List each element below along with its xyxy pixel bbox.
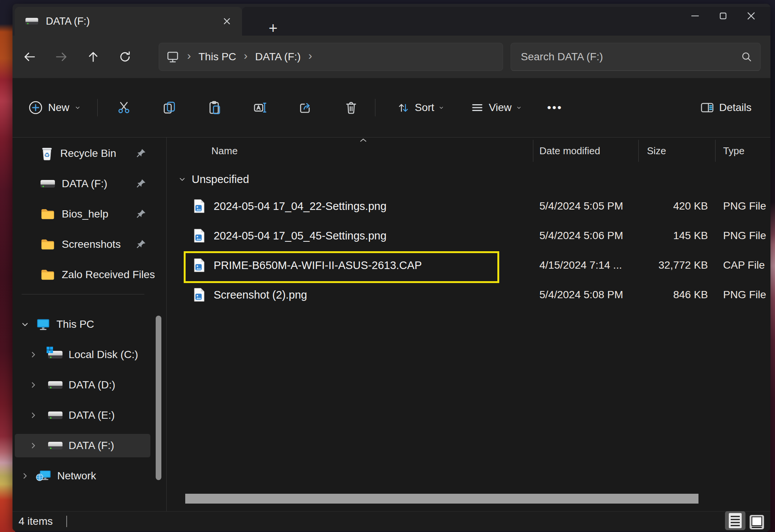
- forward-button[interactable]: [54, 50, 69, 64]
- column-header-size[interactable]: Size: [638, 145, 715, 157]
- sidebar-item-recycle-bin[interactable]: ♻ Recycle Bin: [12, 142, 150, 165]
- sidebar-item-label: Network: [57, 470, 96, 482]
- file-row[interactable]: Screenshot (2).png 5/4/2024 5:08 PM 846 …: [167, 280, 770, 310]
- sidebar-item-bios-help[interactable]: Bios_help: [12, 202, 150, 226]
- desktop-screen: DATA (F:) +: [0, 0, 775, 532]
- sidebar-item-data-f[interactable]: DATA (F:): [15, 434, 150, 457]
- file-row[interactable]: 2024-05-04 17_05_45-Settings.png 5/4/202…: [167, 221, 770, 250]
- group-header-unspecified[interactable]: Unspecified: [167, 167, 770, 191]
- tab-data-f[interactable]: DATA (F:): [15, 7, 242, 36]
- details-toggle-button[interactable]: Details: [695, 96, 761, 119]
- chevron-down-icon: [178, 175, 186, 183]
- image-file-icon: [193, 199, 205, 214]
- monitor-icon: [166, 50, 180, 64]
- up-button[interactable]: [86, 50, 100, 64]
- sidebar-item-data-e[interactable]: DATA (E:): [15, 404, 150, 427]
- file-row-highlighted[interactable]: PRIME-B650M-A-WIFI-II-ASUS-2613.CAP 4/15…: [167, 250, 770, 280]
- file-size: 846 KB: [638, 289, 715, 301]
- sidebar-item-label: Local Disk (C:): [69, 349, 138, 361]
- chevron-down-icon[interactable]: [20, 320, 30, 329]
- column-header-date-modified[interactable]: Date modified: [533, 145, 638, 157]
- tab-strip: DATA (F:) +: [12, 4, 770, 36]
- sidebar-item-label: DATA (E:): [69, 409, 115, 421]
- sidebar-item-data-d[interactable]: DATA (D:): [15, 373, 150, 397]
- details-view-button[interactable]: [725, 511, 745, 530]
- chevron-down-icon: [516, 104, 522, 111]
- tab-close-icon[interactable]: [219, 14, 234, 29]
- column-header-name[interactable]: Name: [167, 145, 533, 157]
- copy-button[interactable]: [158, 97, 180, 119]
- sidebar-item-screenshots[interactable]: Screenshots: [12, 233, 150, 256]
- large-icons-view-button[interactable]: [749, 514, 764, 530]
- maximize-button[interactable]: [709, 6, 737, 26]
- paste-button[interactable]: [204, 97, 226, 119]
- chevron-right-icon[interactable]: [20, 472, 30, 480]
- sort-icon: [397, 101, 410, 114]
- file-type: CAP File: [715, 259, 770, 271]
- svg-text:♻: ♻: [44, 151, 50, 159]
- column-headers: Name Date modified Size Type: [167, 138, 770, 164]
- group-label: Unspecified: [192, 173, 249, 186]
- sidebar-item-data-f-pinned[interactable]: DATA (F:): [12, 172, 150, 196]
- sidebar-item-label: DATA (D:): [69, 379, 115, 391]
- column-separator[interactable]: [533, 140, 533, 162]
- chevron-right-icon[interactable]: [28, 381, 38, 389]
- view-label: View: [489, 102, 511, 114]
- minimize-button[interactable]: [681, 6, 709, 26]
- chevron-right-icon: ›: [180, 49, 198, 64]
- rename-button[interactable]: [249, 97, 271, 119]
- column-separator[interactable]: [638, 140, 639, 162]
- search-box[interactable]: [511, 43, 761, 71]
- sidebar-item-network[interactable]: Network: [15, 464, 150, 488]
- column-header-type[interactable]: Type: [715, 145, 770, 157]
- delete-button[interactable]: [340, 97, 362, 119]
- file-row[interactable]: 2024-05-04 17_04_22-Settings.png 5/4/202…: [167, 191, 770, 221]
- file-date-modified: 5/4/2024 5:05 PM: [533, 200, 638, 212]
- breadcrumb-data-f[interactable]: DATA (F:): [255, 51, 301, 63]
- new-button[interactable]: New: [22, 95, 88, 120]
- sidebar-item-this-pc[interactable]: This PC: [15, 313, 150, 336]
- breadcrumb-this-pc[interactable]: This PC: [198, 51, 236, 63]
- folder-icon: [41, 208, 55, 220]
- breadcrumb[interactable]: › This PC › DATA (F:) ›: [159, 43, 503, 71]
- network-icon: [36, 469, 51, 482]
- details-view-icon: [728, 513, 742, 529]
- see-more-button[interactable]: •••: [547, 101, 563, 114]
- refresh-button[interactable]: [118, 50, 132, 64]
- horizontal-scrollbar[interactable]: [185, 494, 698, 504]
- sidebar-item-local-disk-c[interactable]: Local Disk (C:): [15, 343, 150, 366]
- close-button[interactable]: [737, 6, 765, 26]
- file-name: 2024-05-04 17_04_22-Settings.png: [214, 200, 386, 213]
- content-area: ♻ Recycle Bin DATA (F:): [12, 138, 770, 511]
- sidebar-scrollbar[interactable]: [156, 316, 161, 480]
- sidebar-item-zalo-received-files[interactable]: Zalo Received Files: [12, 263, 150, 286]
- chevron-right-icon[interactable]: [28, 350, 38, 359]
- sidebar-item-label: Bios_help: [62, 208, 108, 220]
- sidebar-item-label: Zalo Received Files: [62, 269, 155, 281]
- system-drive-icon: [48, 350, 62, 360]
- folder-icon: [41, 269, 55, 281]
- sort-button[interactable]: Sort: [391, 96, 450, 119]
- view-icon: [470, 101, 484, 114]
- file-type: PNG File: [715, 230, 770, 242]
- back-button[interactable]: [22, 50, 37, 64]
- window-controls: [681, 6, 765, 26]
- drive-icon: [25, 17, 38, 26]
- chevron-right-icon[interactable]: [28, 441, 38, 450]
- new-button-label: New: [48, 102, 69, 114]
- pin-icon: [135, 178, 147, 189]
- drive-icon: [48, 410, 62, 420]
- pin-icon: [135, 239, 147, 250]
- file-explorer-window: DATA (F:) +: [12, 4, 770, 531]
- view-button[interactable]: View: [465, 96, 527, 119]
- column-separator[interactable]: [715, 140, 716, 162]
- search-input[interactable]: [521, 51, 741, 63]
- plus-circle-icon: [28, 100, 43, 115]
- file-name: PRIME-B650M-A-WIFI-II-ASUS-2613.CAP: [214, 259, 422, 272]
- file-date-modified: 4/15/2024 7:14 ...: [533, 259, 638, 271]
- share-button[interactable]: [295, 97, 317, 119]
- chevron-right-icon[interactable]: [28, 411, 38, 419]
- cut-button[interactable]: [113, 97, 135, 119]
- this-pc-icon: [36, 318, 50, 331]
- new-tab-button[interactable]: +: [264, 19, 282, 37]
